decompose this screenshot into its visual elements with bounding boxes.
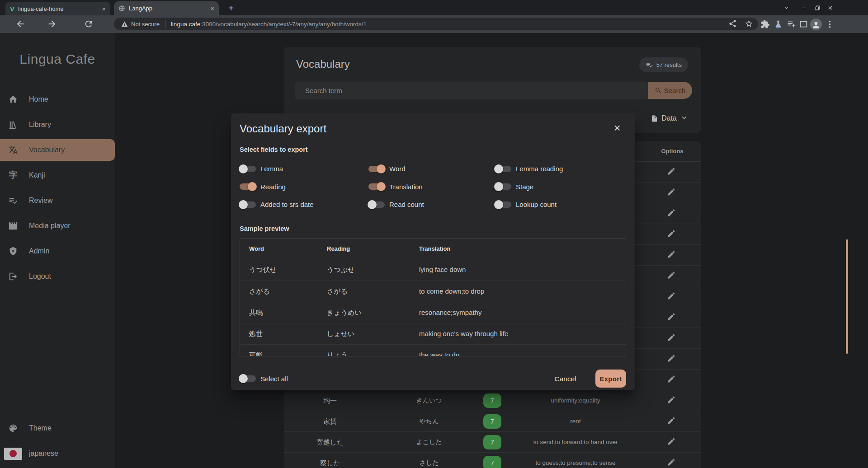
sidebar-item-admin[interactable]: Admin <box>0 240 115 262</box>
window-restore-button[interactable] <box>811 1 824 14</box>
edit-pencil-icon[interactable] <box>667 167 678 178</box>
reading-list-icon[interactable] <box>785 19 797 30</box>
sidebar-nav: HomeLibraryVocabulary字KanjiReviewMedia p… <box>0 89 115 291</box>
export-field-reading: Reading <box>240 178 368 196</box>
close-icon[interactable]: × <box>610 121 624 135</box>
sidebar-item-label: Home <box>29 95 48 103</box>
reload-icon[interactable] <box>84 19 94 30</box>
edit-pencil-icon[interactable] <box>667 312 678 323</box>
reading-cell: よこした <box>416 432 442 452</box>
search-icon <box>655 87 662 94</box>
tab-langapp[interactable]: LangApp × <box>114 1 219 15</box>
select-all-toggle[interactable] <box>240 375 256 382</box>
cancel-button[interactable]: Cancel <box>555 375 577 383</box>
japan-flag-icon <box>4 448 22 460</box>
edit-pencil-icon[interactable] <box>667 187 678 198</box>
edit-pencil-icon[interactable] <box>667 271 678 281</box>
back-icon[interactable] <box>15 19 26 30</box>
toggle-translation[interactable] <box>368 183 385 190</box>
toggle-stage[interactable] <box>495 183 511 190</box>
sidebar-item-library[interactable]: Library <box>0 114 115 136</box>
extensions-icon[interactable] <box>759 19 771 30</box>
export-field-lookup-count: Lookup count <box>495 196 563 214</box>
sidebar-item-kanji[interactable]: 字Kanji <box>0 164 115 186</box>
browser-menu-icon[interactable] <box>824 19 835 30</box>
edit-pencil-icon[interactable] <box>667 229 678 240</box>
export-button[interactable]: Export <box>595 370 626 388</box>
preview-row: 可能りょうthe way to do <box>240 344 626 356</box>
new-tab-button[interactable]: + <box>225 2 237 15</box>
export-field-translation: Translation <box>368 178 495 196</box>
url-bar[interactable]: Not secure lingua.cafe :3000/vocabulary/… <box>114 18 758 30</box>
globe-icon <box>118 5 125 12</box>
data-menu-button[interactable]: Data <box>651 112 689 125</box>
search-input[interactable] <box>295 82 648 99</box>
stage-badge: 7 <box>483 414 501 429</box>
toggle-lookup-count[interactable] <box>495 201 511 208</box>
toggle-lemma-reading[interactable] <box>495 166 511 172</box>
window-close-button[interactable] <box>823 1 837 14</box>
tab-lingua-cafe-home[interactable]: V lingua-cafe-home × <box>5 2 110 15</box>
search-button[interactable]: Search <box>648 82 692 99</box>
edit-pencil-icon[interactable] <box>667 374 678 385</box>
word-cell: 均一 <box>323 390 337 411</box>
edit-pencil-icon[interactable] <box>667 354 678 365</box>
toggle-read-count[interactable] <box>368 201 385 208</box>
toggle-added-to-srs-date[interactable] <box>240 201 256 208</box>
language-label: japanese <box>29 449 58 458</box>
forward-icon[interactable] <box>47 19 58 30</box>
vocabulary-export-modal: Vocabulary export × Select fields to exp… <box>231 113 635 390</box>
review-icon <box>8 196 19 206</box>
toggle-reading[interactable] <box>240 183 256 190</box>
sidebar-item-logout[interactable]: Logout <box>0 266 115 287</box>
word-cell: 寄越した <box>316 432 344 452</box>
sidebar-item-home[interactable]: Home <box>0 89 115 110</box>
preview-row: さがるさがるto come down;to drop <box>240 281 626 302</box>
edit-pencil-icon[interactable] <box>667 208 678 219</box>
extension-flask-icon[interactable] <box>772 19 784 30</box>
export-field-stage: Stage <box>495 178 563 196</box>
export-field-lemma-reading: Lemma reading <box>495 160 563 178</box>
bookmark-star-icon[interactable] <box>744 19 754 29</box>
share-icon[interactable] <box>727 19 737 29</box>
edit-pencil-icon[interactable] <box>667 437 678 448</box>
theme-label: Theme <box>29 424 52 432</box>
sidebar-item-label: Logout <box>29 272 51 281</box>
edit-pencil-icon[interactable] <box>667 250 678 261</box>
sidebar-item-language[interactable]: japanese <box>0 443 115 464</box>
toggle-label: Lemma <box>260 165 283 173</box>
edit-pencil-icon[interactable] <box>667 458 678 468</box>
edit-pencil-icon[interactable] <box>667 333 678 344</box>
preview-scrollbar[interactable] <box>846 239 848 354</box>
palette-icon <box>8 423 19 433</box>
tab-close-icon[interactable]: × <box>210 5 214 12</box>
stage-badge: 7 <box>483 393 501 408</box>
table-row: 家賃やちん7rent <box>284 411 701 432</box>
export-fields-grid: LemmaWordLemma readingReadingTranslation… <box>240 160 563 214</box>
toggle-lemma[interactable] <box>240 166 256 172</box>
edit-pencil-icon[interactable] <box>667 291 678 302</box>
tab-title: LangApp <box>129 5 207 12</box>
modal-footer: Select all Cancel Export <box>240 369 626 388</box>
sample-preview-table: WordReadingTranslation うつ伏せうつぶせlying fac… <box>240 238 626 356</box>
toggle-word[interactable] <box>368 166 385 172</box>
profile-avatar[interactable] <box>810 19 822 30</box>
chevron-down-icon <box>680 113 689 124</box>
tab-close-icon[interactable]: × <box>102 5 106 12</box>
data-menu-label: Data <box>661 114 677 122</box>
side-panel-icon[interactable] <box>797 19 809 30</box>
sidebar-item-review[interactable]: Review <box>0 190 115 211</box>
export-field-added-to-srs-date: Added to srs date <box>240 196 368 214</box>
toggle-label: Lookup count <box>516 201 557 208</box>
toggle-label: Stage <box>516 183 533 191</box>
security-label[interactable]: Not secure <box>131 21 160 28</box>
tab-search-chevron-icon[interactable] <box>779 1 793 14</box>
toggle-label: Read count <box>389 201 424 208</box>
edit-pencil-icon[interactable] <box>667 416 678 427</box>
window-minimize-button[interactable] <box>797 1 811 14</box>
sidebar-item-media-player[interactable]: Media player <box>0 215 115 237</box>
toggle-label: Word <box>389 165 406 173</box>
sidebar-item-vocabulary[interactable]: Vocabulary <box>0 139 115 161</box>
sidebar-item-theme[interactable]: Theme <box>0 417 115 439</box>
edit-pencil-icon[interactable] <box>667 395 678 406</box>
